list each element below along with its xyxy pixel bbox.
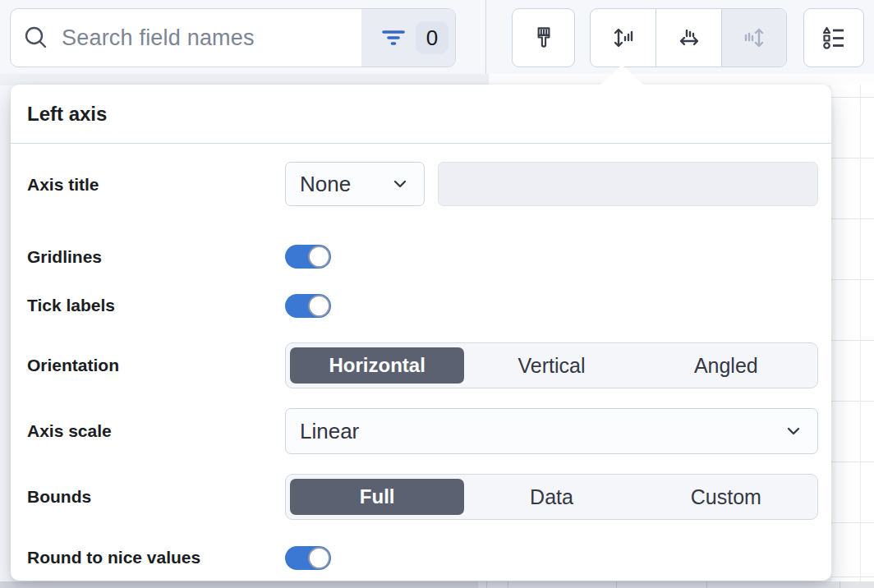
table-row-divider bbox=[831, 462, 874, 462]
table-row-divider bbox=[831, 158, 874, 158]
bounds-label: Bounds bbox=[27, 487, 91, 507]
axis-settings-button-group bbox=[590, 8, 787, 67]
legend-list-icon bbox=[819, 23, 849, 53]
field-filter-section[interactable]: 0 bbox=[361, 9, 455, 67]
axis-title-label: Axis title bbox=[27, 175, 99, 195]
orientation-option-vertical[interactable]: Vertical bbox=[464, 347, 638, 384]
table-column-divider bbox=[706, 581, 707, 588]
orientation-button-group: Horizontal Vertical Angled bbox=[285, 342, 818, 388]
popover-header: Left axis bbox=[11, 85, 831, 144]
axis-title-text-input[interactable] bbox=[438, 162, 818, 206]
bottom-axis-icon bbox=[674, 23, 704, 53]
chevron-down-icon bbox=[784, 422, 803, 440]
tick-labels-label: Tick labels bbox=[27, 296, 115, 315]
background-strip bbox=[489, 74, 874, 85]
gridlines-label: Gridlines bbox=[27, 247, 102, 267]
legend-settings-button[interactable] bbox=[803, 8, 864, 67]
left-axis-button[interactable] bbox=[591, 9, 656, 67]
right-axis-button bbox=[721, 9, 786, 67]
orientation-option-angled[interactable]: Angled bbox=[639, 347, 813, 384]
search-icon bbox=[11, 25, 62, 51]
table-row-divider bbox=[831, 522, 874, 523]
popover-title: Left axis bbox=[27, 103, 107, 126]
filter-icon[interactable] bbox=[380, 24, 407, 52]
visual-options-button[interactable] bbox=[512, 8, 575, 67]
left-axis-icon bbox=[609, 23, 638, 53]
axis-scale-value: Linear bbox=[300, 419, 784, 444]
bounds-option-data[interactable]: Data bbox=[464, 479, 638, 515]
background-strip bbox=[0, 74, 489, 85]
orientation-option-horizontal[interactable]: Horizontal bbox=[290, 347, 464, 384]
table-column-divider bbox=[508, 581, 508, 588]
popover-arrow bbox=[600, 65, 643, 85]
paintbrush-icon bbox=[530, 24, 558, 52]
axis-scale-label: Axis scale bbox=[27, 421, 112, 441]
tick-labels-toggle[interactable] bbox=[285, 294, 331, 318]
bounds-button-group: Full Data Custom bbox=[285, 474, 818, 520]
chevron-down-icon bbox=[391, 175, 409, 193]
table-row-divider bbox=[831, 218, 874, 219]
table-row-divider bbox=[831, 279, 874, 280]
table-column-divider bbox=[486, 581, 487, 588]
topbar-divider bbox=[485, 0, 486, 74]
round-to-nice-values-toggle[interactable] bbox=[285, 546, 331, 570]
toggle-knob bbox=[308, 295, 330, 317]
orientation-label: Orientation bbox=[27, 356, 119, 375]
bottom-axis-button[interactable] bbox=[656, 9, 720, 67]
field-search-box[interactable]: Search field names 0 bbox=[10, 8, 456, 67]
table-row-divider bbox=[831, 97, 874, 98]
bounds-option-custom[interactable]: Custom bbox=[639, 479, 813, 515]
table-column-divider bbox=[616, 581, 617, 588]
table-column-divider bbox=[860, 85, 861, 581]
table-row-divider bbox=[831, 577, 874, 577]
toggle-knob bbox=[308, 246, 330, 268]
round-to-nice-values-label: Round to nice values bbox=[27, 548, 200, 567]
left-axis-settings-popover: Left axis Axis title None Gridlines Tick… bbox=[11, 85, 831, 581]
right-axis-icon bbox=[739, 23, 769, 53]
axis-title-mode-select[interactable]: None bbox=[285, 162, 425, 206]
toggle-knob bbox=[308, 547, 330, 569]
table-row-divider bbox=[831, 340, 874, 341]
background-table-panel bbox=[831, 85, 874, 581]
axis-scale-select[interactable]: Linear bbox=[285, 408, 818, 454]
background-strip bbox=[478, 581, 874, 588]
bounds-option-full[interactable]: Full bbox=[290, 479, 464, 515]
gridlines-toggle[interactable] bbox=[285, 245, 331, 269]
search-input[interactable]: Search field names bbox=[62, 25, 361, 51]
axis-title-mode-value: None bbox=[300, 172, 391, 197]
filter-count-badge: 0 bbox=[416, 21, 448, 54]
table-row-divider bbox=[831, 401, 874, 402]
table-column-divider bbox=[840, 581, 840, 588]
